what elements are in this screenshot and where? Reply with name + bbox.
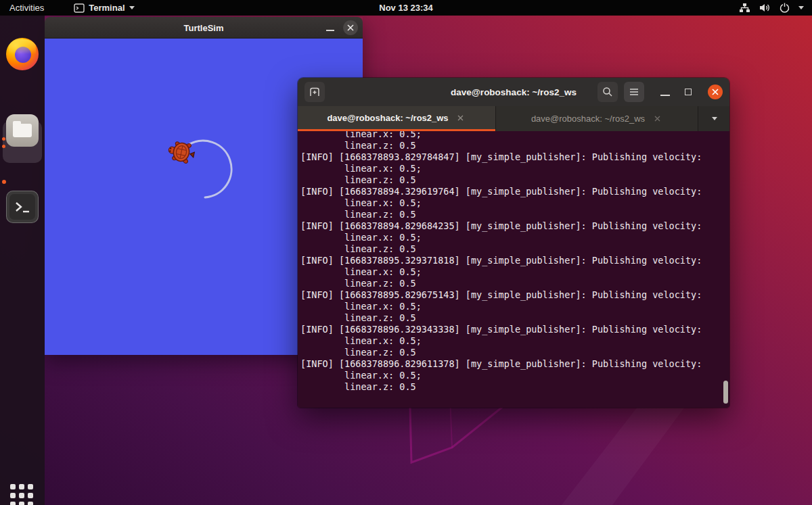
- dock: [0, 16, 45, 505]
- dock-item-files[interactable]: [6, 114, 39, 147]
- terminal-line: [INFO] [1668378895.329371818] [my_simple…: [300, 255, 729, 266]
- close-icon: [347, 24, 354, 31]
- close-icon: [712, 89, 719, 95]
- running-window-dot: [2, 145, 5, 148]
- power-icon: [780, 3, 790, 13]
- terminal-line: linear.x: 0.5;: [300, 163, 729, 174]
- running-window-dot: [2, 137, 5, 141]
- terminal-line: [INFO] [1668378894.829684235] [my_simple…: [300, 220, 729, 232]
- volume-icon: [759, 3, 771, 13]
- maximize-button[interactable]: [685, 89, 692, 95]
- tab-active[interactable]: dave@roboshack: ~/ros2_ws: [298, 106, 495, 131]
- tab-close-button[interactable]: [652, 114, 662, 124]
- terminal-line: linear.z: 0.5: [300, 278, 729, 289]
- search-icon: [602, 87, 613, 97]
- network-wired-icon: [739, 3, 750, 13]
- scrollbar-thumb[interactable]: [723, 381, 728, 404]
- desktop: { "top_bar": { "activities_label": "Acti…: [0, 0, 812, 505]
- terminal-line: linear.x: 0.5;: [300, 370, 729, 381]
- close-button[interactable]: [343, 20, 358, 35]
- tab-list-dropdown-button[interactable]: [700, 106, 729, 131]
- terminal-line: linear.x: 0.5;: [300, 266, 729, 278]
- dock-item-terminal[interactable]: [6, 191, 39, 223]
- chevron-down-icon: [798, 6, 804, 9]
- terminal-output: linear.x: 0.5; linear.z: 0.5[INFO] [1668…: [298, 131, 729, 393]
- close-icon: [654, 116, 660, 122]
- chevron-down-icon: [712, 117, 717, 120]
- terminal-line: linear.x: 0.5;: [300, 197, 729, 209]
- chevron-down-icon: [129, 6, 135, 9]
- tab-close-button[interactable]: [455, 112, 466, 123]
- terminal-window-icon: [74, 3, 85, 13]
- terminal-line: linear.x: 0.5;: [300, 335, 729, 347]
- terminal-line: linear.x: 0.5;: [300, 232, 729, 243]
- new-tab-button[interactable]: [304, 82, 325, 102]
- terminal-tab-bar: dave@roboshack: ~/ros2_ws dave@roboshack…: [298, 106, 729, 131]
- terminal-line: linear.z: 0.5: [300, 381, 729, 393]
- tab-label: dave@roboshack: ~/ros2_ws: [327, 113, 448, 123]
- terminal-line: linear.z: 0.5: [300, 312, 729, 324]
- clock[interactable]: Nov 13 23:34: [379, 3, 433, 13]
- terminal-line: [INFO] [1668378893.829784847] [my_simple…: [300, 151, 729, 163]
- turtle-path-arc: [187, 141, 231, 197]
- terminal-line: linear.z: 0.5: [300, 209, 729, 220]
- close-icon: [457, 115, 464, 121]
- turtlesim-window-title: TurtleSim: [45, 17, 363, 39]
- terminal-line: linear.z: 0.5: [300, 174, 729, 186]
- system-status-area[interactable]: [735, 0, 808, 16]
- terminal-prompt-icon: [7, 191, 39, 224]
- hamburger-menu-icon: [629, 88, 639, 96]
- activities-button[interactable]: Activities: [0, 0, 53, 16]
- close-button[interactable]: [708, 85, 723, 99]
- app-menu-label: Terminal: [89, 3, 125, 13]
- minimize-button[interactable]: [660, 95, 670, 96]
- terminal-headerbar[interactable]: dave@roboshack: ~/ros2_ws: [298, 78, 729, 106]
- terminal-window-title: dave@roboshack: ~/ros2_ws: [298, 78, 729, 106]
- terminal-line: linear.x: 0.5;: [300, 301, 729, 312]
- folder-icon: [13, 124, 32, 137]
- show-applications-button[interactable]: [10, 484, 35, 505]
- top-bar: Activities Terminal Nov 13 23:34: [0, 0, 812, 16]
- terminal-line: [INFO] [1668378896.829611378] [my_simple…: [300, 358, 729, 370]
- minimize-icon[interactable]: [326, 30, 334, 31]
- terminal-body[interactable]: linear.x: 0.5; linear.z: 0.5[INFO] [1668…: [298, 131, 729, 408]
- tab-inactive[interactable]: dave@roboshack: ~/ros2_ws: [495, 106, 698, 131]
- terminal-line: linear.z: 0.5: [300, 140, 729, 151]
- terminal-line: [INFO] [1668378895.829675143] [my_simple…: [300, 289, 729, 301]
- terminal-line: [INFO] [1668378896.329343338] [my_simple…: [300, 324, 729, 335]
- terminal-line: linear.x: 0.5;: [300, 131, 729, 140]
- terminal-line: linear.z: 0.5: [300, 347, 729, 358]
- app-menu-terminal[interactable]: Terminal: [68, 0, 139, 16]
- search-button[interactable]: [597, 82, 618, 102]
- new-tab-icon: [309, 87, 320, 97]
- dock-item-firefox[interactable]: [6, 38, 39, 70]
- tab-label: dave@roboshack: ~/ros2_ws: [531, 114, 645, 124]
- turtlesim-titlebar[interactable]: TurtleSim: [45, 17, 363, 39]
- menu-button[interactable]: [624, 82, 644, 102]
- terminal-window: dave@roboshack: ~/ros2_ws: [298, 78, 729, 408]
- running-app-dot: [2, 180, 6, 184]
- terminal-line: [INFO] [1668378894.329619764] [my_simple…: [300, 186, 729, 197]
- terminal-line: linear.z: 0.5: [300, 243, 729, 255]
